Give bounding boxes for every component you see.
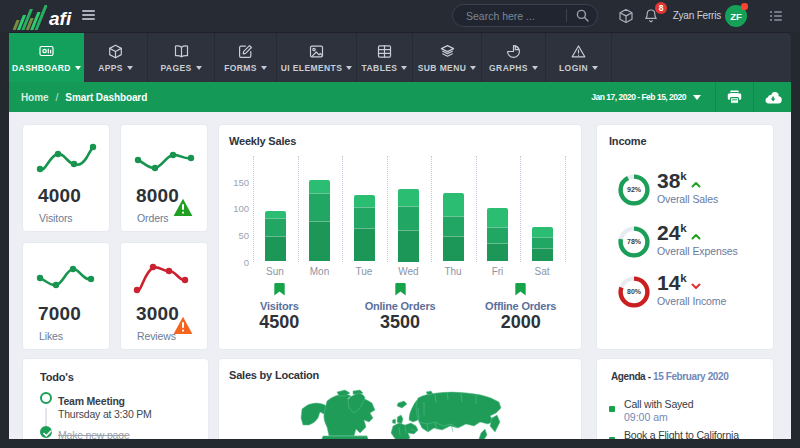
warning-badge [173, 316, 193, 339]
download-button[interactable] [753, 82, 791, 112]
todo-item-title: Make new page [58, 429, 130, 439]
nav-item-dashboard[interactable]: DASHBOARD [9, 33, 84, 83]
hamburger-menu-icon[interactable] [82, 7, 98, 23]
sparkline-chart [129, 134, 201, 182]
chart-bar-mon[interactable] [309, 180, 330, 261]
chart-bar-sun[interactable] [265, 211, 286, 262]
bar-segment-middle [309, 193, 330, 221]
income-text: 38kOverall Sales [657, 166, 718, 205]
chart-gridline [431, 156, 432, 262]
cloud-download-icon [764, 91, 782, 104]
todo-item: Make new page [58, 429, 130, 439]
nav-item-sub-menu[interactable]: SUB MENU [413, 33, 482, 83]
bar-segment-middle [532, 237, 553, 248]
chart-gridline [387, 156, 388, 262]
graphs-icon [506, 44, 521, 59]
chevron-down-icon [346, 66, 352, 70]
income-label: Overall Expenses [657, 245, 738, 257]
nav-item-label: APPS [98, 63, 123, 73]
nav-item-ui-elements[interactable]: UI ELEMENTS [277, 33, 357, 83]
warning-triangle-icon [173, 316, 193, 335]
stat-card-orders: 8000Orders [120, 124, 208, 232]
stat-value: 4000 [38, 185, 81, 207]
trend-down-icon [691, 283, 701, 290]
income-value: 14k [657, 268, 726, 293]
income-text: 14kOverall Income [657, 268, 726, 307]
bar-segment-top [309, 180, 330, 193]
weekly-stat-value: 3500 [380, 312, 420, 333]
chart-bar-wed[interactable] [398, 189, 419, 262]
tables-icon [377, 44, 392, 59]
app-logo[interactable]: afi [13, 4, 71, 30]
bar-segment-top [398, 189, 419, 206]
nav-item-pages[interactable]: PAGES [148, 33, 215, 83]
nav-item-forms[interactable]: FORMS [215, 33, 277, 83]
stat-card-reviews: 3000Reviews [120, 242, 208, 350]
income-value: 38k [657, 166, 718, 191]
chart-ytick: 50 [221, 229, 249, 240]
search-input[interactable] [453, 10, 566, 22]
nav-item-label: SUB MENU [418, 63, 467, 73]
ui-elements-icon [309, 44, 324, 59]
chart-xlabel: Wed [387, 266, 431, 277]
list-menu-icon[interactable] [768, 8, 784, 24]
date-range-picker[interactable]: Jan 17, 2020 - Feb 15, 2020 [591, 92, 715, 102]
chart-gridline [520, 156, 521, 262]
bar-segment-bottom [487, 243, 508, 262]
world-map[interactable] [285, 389, 513, 439]
chart-bar-sat[interactable] [532, 227, 553, 262]
bookmark-icon [274, 283, 285, 296]
chart-gridline [298, 156, 299, 262]
nav-item-tables[interactable]: TABLES [357, 33, 413, 83]
weekly-stat-label: Offline Orders [485, 300, 556, 312]
sparkline-chart [31, 252, 103, 300]
dashboard-icon [39, 44, 54, 59]
content-area: 4000Visitors8000Orders7000Likes3000Revie… [9, 112, 791, 439]
todo-checkbox[interactable] [40, 426, 52, 438]
chevron-down-icon [470, 66, 476, 70]
agenda-bullet [609, 406, 615, 412]
donut-gauge: 92% [616, 172, 652, 208]
print-button[interactable] [715, 82, 753, 112]
search-icon[interactable] [567, 9, 597, 22]
chart-bar-fri[interactable] [487, 208, 508, 261]
agenda-card: Agenda - 15 February 2020 Call with Saye… [596, 358, 774, 439]
bar-segment-top [487, 208, 508, 227]
chart-bar-thu[interactable] [443, 193, 464, 261]
nav-item-label: GRAPHS [489, 63, 528, 73]
chart-ytick: 100 [221, 203, 249, 214]
agenda-date: 15 February 2020 [653, 371, 728, 382]
nav-item-graphs[interactable]: GRAPHS [482, 33, 546, 83]
todo-checkbox[interactable] [40, 392, 52, 404]
bar-segment-bottom [309, 221, 330, 261]
warning-badge [173, 198, 193, 221]
agenda-bullet [609, 437, 615, 439]
chart-xlabel: Sun [253, 266, 297, 277]
income-row-overall-expenses: 78%24kOverall Expenses [616, 222, 738, 261]
main-nav: DASHBOARDAPPSPAGESFORMSUI ELEMENTSTABLES… [9, 32, 791, 82]
bookmark-icon [515, 283, 526, 296]
nav-item-login[interactable]: LOGIN [546, 33, 612, 83]
chart-xlabel: Tue [342, 266, 386, 277]
chart-bar-tue[interactable] [354, 195, 375, 261]
breadcrumb-home-link[interactable]: Home [21, 92, 48, 103]
nav-item-label: FORMS [224, 63, 257, 73]
nav-item-apps[interactable]: APPS [84, 33, 148, 83]
apps-icon [108, 44, 123, 59]
nav-item-label: PAGES [160, 63, 191, 73]
sub-menu-icon [440, 44, 455, 59]
bar-segment-middle [398, 206, 419, 230]
bar-segment-top [354, 195, 375, 207]
breadcrumb-bar: Home / Smart Dashboard Jan 17, 2020 - Fe… [9, 82, 791, 112]
stat-card-visitors: 4000Visitors [22, 124, 110, 232]
income-row-overall-income: 80%14kOverall Income [616, 272, 726, 311]
package-icon[interactable] [618, 8, 634, 24]
warning-triangle-icon [173, 198, 193, 217]
search-box [452, 4, 598, 27]
nav-item-label: LOGIN [559, 63, 588, 73]
bar-segment-bottom [398, 230, 419, 262]
chevron-down-icon [127, 66, 133, 70]
bar-segment-middle [265, 218, 286, 236]
trend-up-icon [691, 233, 701, 240]
user-name[interactable]: Zyan Ferris [673, 0, 721, 32]
